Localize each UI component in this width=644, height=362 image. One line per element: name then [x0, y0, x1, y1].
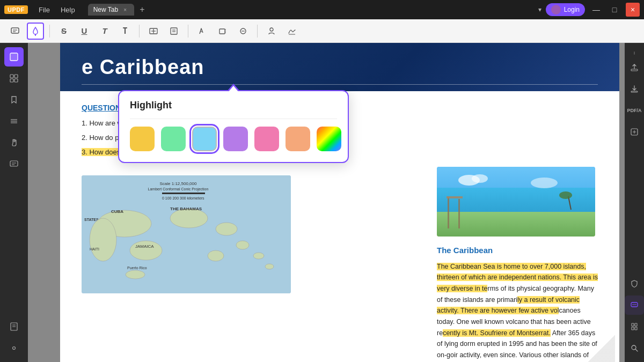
svg-point-48	[90, 218, 116, 261]
right-sidebar: PDF/A	[625, 43, 644, 362]
divider-1	[49, 25, 50, 38]
sidebar-pages-button[interactable]	[4, 317, 24, 336]
stamp-tool-button[interactable]	[263, 23, 280, 40]
divider-4	[257, 25, 258, 38]
svg-point-51	[126, 270, 145, 279]
sidebar-hand-button[interactable]	[4, 133, 24, 152]
sidebar-thumbnail-button[interactable]	[4, 69, 24, 88]
sidebar-highlight-button[interactable]	[4, 47, 24, 67]
shape-tool-button[interactable]	[214, 23, 231, 40]
svg-rect-18	[14, 75, 18, 78]
highlight-color-custom[interactable]	[317, 127, 341, 151]
two-column-layout: Scale 1:12,500,000 Lambert Conformal Con…	[82, 167, 598, 362]
highlight-color-green[interactable]	[161, 127, 186, 151]
file-menu[interactable]: File	[34, 4, 54, 16]
svg-line-72	[635, 349, 638, 351]
page-curl	[588, 335, 615, 362]
svg-rect-34	[162, 193, 205, 194]
svg-point-44	[236, 241, 249, 249]
svg-point-57	[531, 178, 558, 188]
close-button[interactable]: ×	[626, 3, 640, 17]
note-tool-button[interactable]	[165, 23, 182, 40]
highlight-color-yellow[interactable]	[130, 127, 155, 151]
highlight-popup: Highlight	[118, 90, 349, 163]
sidebar-bookmark-button[interactable]	[4, 90, 24, 109]
right-sidebar-convert-button[interactable]	[625, 122, 644, 142]
svg-rect-0	[11, 28, 19, 33]
divider-3	[188, 25, 188, 38]
highlight-color-pink[interactable]	[254, 127, 279, 151]
draw-tool-button[interactable]	[194, 23, 211, 40]
right-sidebar-protect-button[interactable]	[625, 274, 644, 293]
login-button[interactable]: Login	[546, 3, 585, 16]
svg-rect-24	[10, 161, 18, 166]
text-italic-tool-button[interactable]: T	[96, 23, 113, 40]
chevron-down-icon[interactable]: ▾	[538, 6, 541, 13]
svg-rect-60	[631, 69, 638, 71]
right-sidebar-handle	[634, 51, 635, 55]
content-area: e Caribbean QUESTIONS TO GUIDE INQUIRY 1…	[28, 43, 625, 362]
map-svg: Scale 1:12,500,000 Lambert Conformal Con…	[82, 175, 291, 293]
svg-rect-53	[458, 199, 460, 228]
svg-point-46	[265, 264, 274, 269]
maximize-button[interactable]: □	[608, 3, 621, 17]
svg-text:Lambert Conformal Conic Projec: Lambert Conformal Conic Projection	[148, 187, 209, 191]
highlight-color-blue[interactable]	[192, 127, 217, 151]
comment-tool-button[interactable]	[6, 23, 24, 40]
right-sidebar-upload-button[interactable]	[625, 58, 644, 77]
sidebar-comment-button[interactable]	[4, 154, 24, 174]
right-sidebar-search-button[interactable]	[625, 338, 644, 358]
help-menu[interactable]: Help	[56, 4, 79, 16]
svg-point-40	[216, 223, 237, 235]
highlighted-text-2: ly a result of volcanic activity. There …	[437, 296, 580, 315]
tab-close-icon[interactable]: ×	[121, 6, 129, 13]
strikethrough-icon: S	[61, 26, 67, 35]
svg-text:0   100   200   300 kilometers: 0 100 200 300 kilometers	[162, 196, 204, 200]
sidebar-settings-button[interactable]	[4, 338, 24, 358]
photo-overlay	[437, 167, 595, 237]
svg-rect-17	[10, 75, 13, 78]
typewriter-icon: T	[122, 26, 127, 36]
section-title: The Caribbean	[437, 244, 598, 257]
underline-tool-button[interactable]: U	[76, 23, 93, 40]
page-header-title: e Caribbean	[82, 56, 204, 79]
highlight-color-orange[interactable]	[286, 127, 310, 151]
textbox-tool-button[interactable]	[145, 23, 162, 40]
popup-arrow-inner	[228, 86, 239, 92]
underline-icon: U	[82, 26, 87, 35]
right-sidebar-pages-panel-button[interactable]	[625, 317, 644, 336]
highlight-tool-button[interactable]	[27, 23, 44, 40]
typewriter-tool-button[interactable]: T	[116, 23, 134, 40]
signature-tool-button[interactable]	[283, 23, 301, 40]
page-header: e Caribbean	[60, 43, 619, 91]
minimize-button[interactable]: —	[589, 3, 603, 17]
sidebar-layers-button[interactable]	[4, 112, 24, 131]
svg-text:Puerto Rico: Puerto Rico	[127, 266, 147, 270]
highlight-color-purple[interactable]	[223, 127, 248, 151]
caribbean-map: Scale 1:12,500,000 Lambert Conformal Con…	[82, 175, 291, 293]
left-sidebar	[0, 43, 28, 362]
strikethrough-tool-button[interactable]: S	[55, 23, 72, 40]
divider-2	[139, 25, 140, 38]
new-tab[interactable]: New Tab ×	[88, 4, 134, 16]
svg-rect-61	[631, 91, 638, 92]
add-tab-button[interactable]: +	[136, 4, 148, 16]
text-italic-icon: T	[102, 26, 107, 35]
svg-text:THE BAHAMAS: THE BAHAMAS	[170, 206, 202, 211]
eraser-tool-button[interactable]	[235, 23, 252, 40]
svg-text:CUBA: CUBA	[111, 209, 123, 214]
svg-point-14	[270, 28, 273, 31]
svg-rect-11	[219, 29, 225, 34]
svg-rect-52	[448, 196, 449, 228]
pdf-page: e Caribbean QUESTIONS TO GUIDE INQUIRY 1…	[60, 43, 619, 362]
right-sidebar-download-button[interactable]	[625, 79, 644, 99]
updf-logo: UPDF	[4, 5, 28, 14]
title-bar: UPDF File Help New Tab × + ▾ Login — □ ×	[0, 0, 644, 19]
user-avatar-icon	[551, 5, 561, 14]
highlighted-text-3: cently is Mt. Soufriere of Montserrat.	[443, 329, 551, 337]
right-sidebar-comment-panel-button[interactable]	[625, 295, 644, 315]
toolbar: S U T T	[0, 19, 644, 43]
right-sidebar-pdf-button[interactable]: PDF/A	[625, 101, 644, 120]
login-label: Login	[564, 6, 580, 13]
svg-rect-68	[635, 323, 637, 326]
